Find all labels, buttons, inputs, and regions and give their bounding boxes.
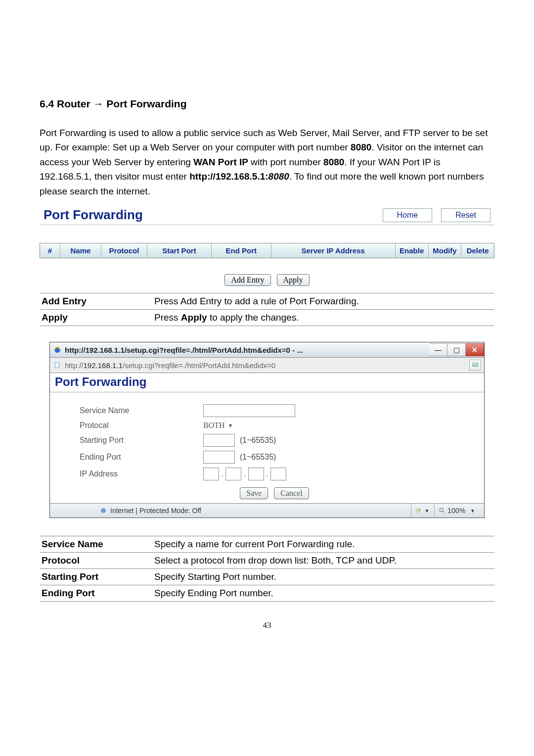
apply-button[interactable]: Apply	[277, 274, 310, 286]
desc-text: Press Add Entry to add a rule of Port Fo…	[152, 293, 494, 310]
status-pane-icon[interactable]: ▼	[411, 504, 433, 518]
desc-text: Specify a name for current Port Forwardi…	[152, 536, 494, 553]
ending-port-input[interactable]	[203, 451, 235, 464]
page-title: Port Forwarding	[40, 207, 143, 223]
minimize-button[interactable]: —	[429, 343, 447, 356]
desc-text: Specify Starting Port number.	[152, 569, 494, 585]
chevron-down-icon: ▼	[424, 508, 429, 514]
para-bold: 8080	[323, 157, 344, 167]
protocal-select[interactable]: BOTH▼	[203, 421, 233, 430]
fields-description-table: Service Name Specify a name for current …	[40, 536, 494, 602]
para-bold: WAN Port IP	[193, 157, 248, 167]
col-enable: Enable	[396, 243, 429, 258]
window-title: http://192.168.1.1/setup.cgi?reqfile=./h…	[65, 346, 429, 354]
desc-term: Starting Port	[40, 569, 152, 585]
protocal-value: BOTH	[203, 421, 225, 430]
range-hint: (1~65535)	[240, 436, 276, 444]
service-name-input[interactable]	[203, 404, 295, 417]
col-index: #	[40, 243, 60, 258]
label-protocal: Protocal	[80, 421, 203, 430]
col-modify: Modify	[429, 243, 462, 258]
desc-term: Add Entry	[40, 293, 152, 310]
desc-term: Apply	[40, 310, 152, 326]
desc-text: Press Apply to apply the changes.	[152, 310, 494, 326]
port-add-popup: http://192.168.1.1/setup.cgi?reqfile=./h…	[49, 342, 485, 518]
home-button[interactable]: Home	[383, 208, 433, 222]
port-forwarding-panel: Port Forwarding Home Reset # Name Protoc…	[40, 207, 494, 286]
desc-term: Protocol	[40, 553, 152, 569]
internet-zone-icon	[99, 507, 107, 515]
desc-span: Press	[154, 312, 181, 323]
table-row: Add Entry Press Add Entry to add a rule …	[40, 293, 494, 310]
address-bar[interactable]: http://192.168.1.1/setup.cgi?reqfile=./h…	[50, 358, 484, 373]
section-heading: 6.4 Router → Port Forwarding	[40, 98, 494, 110]
table-row: Ending Port Specify Ending Port number.	[40, 585, 494, 602]
close-button[interactable]: ✕	[466, 343, 484, 356]
table-row: Starting Port Specify Starting Port numb…	[40, 569, 494, 585]
col-server-ip: Server IP Address	[271, 243, 396, 258]
ie-icon	[53, 345, 62, 354]
page-number: 43	[40, 620, 494, 630]
desc-span: to apply the changes.	[207, 312, 299, 323]
status-zone-text: Internet | Protected Mode: Off	[110, 507, 201, 515]
ip-octet-input[interactable]	[270, 468, 286, 480]
zoom-icon	[439, 507, 445, 514]
addr-part: http://	[65, 361, 84, 370]
desc-bold: Apply	[181, 312, 207, 323]
table-row: Apply Press Apply to apply the changes.	[40, 310, 494, 326]
addr-host: 192.168.1.1	[84, 361, 123, 370]
status-bar: Internet | Protected Mode: Off ▼ 100% ▼	[50, 503, 484, 518]
cancel-button[interactable]: Cancel	[274, 487, 309, 499]
ip-octet-input[interactable]	[248, 468, 264, 480]
col-protocol: Protocol	[101, 243, 147, 258]
window-title-bar: http://192.168.1.1/setup.cgi?reqfile=./h…	[50, 342, 484, 358]
para-bold-italic: 8080	[268, 171, 289, 182]
zoom-pane[interactable]: 100% ▼	[434, 504, 479, 518]
compat-view-icon[interactable]	[469, 360, 481, 371]
desc-text: Select a protocol from drop down list: B…	[152, 553, 494, 569]
desc-term: Ending Port	[40, 585, 152, 602]
para-bold: 8080	[351, 142, 371, 152]
table-row: Service Name Specify a name for current …	[40, 536, 494, 553]
maximize-button[interactable]: ▢	[447, 343, 466, 356]
port-forwarding-table-header: # Name Protocol Start Port End Port Serv…	[40, 243, 494, 258]
zoom-value: 100%	[447, 507, 465, 515]
col-name: Name	[60, 243, 101, 258]
table-row: Protocol Select a protocol from drop dow…	[40, 553, 494, 569]
range-hint: (1~65535)	[240, 453, 276, 461]
reset-button[interactable]: Reset	[441, 208, 490, 222]
col-delete: Delete	[461, 243, 494, 258]
svg-rect-1	[55, 363, 59, 368]
label-starting-port: Starting Port	[80, 436, 203, 445]
col-start-port: Start Port	[147, 243, 212, 258]
ip-octet-input[interactable]	[203, 468, 219, 480]
save-button[interactable]: Save	[240, 487, 268, 499]
ip-address-input-group: . . .	[203, 468, 286, 480]
addr-part: /setup.cgi?reqfile=./html/PortAdd.htm&ed…	[123, 361, 275, 370]
col-end-port: End Port	[212, 243, 271, 258]
buttons-description-table: Add Entry Press Add Entry to add a rule …	[40, 293, 494, 326]
popup-page-title: Port Forwarding	[55, 375, 479, 389]
label-ending-port: Ending Port	[80, 453, 203, 462]
starting-port-input[interactable]	[203, 434, 235, 447]
label-service-name: Service Name	[80, 406, 203, 415]
label-ip-address: IP Address	[80, 470, 203, 478]
add-entry-button[interactable]: Add Entry	[224, 274, 270, 286]
page-icon	[53, 361, 62, 370]
desc-term: Service Name	[40, 536, 152, 553]
para-bold: http://192.168.5.1:	[189, 171, 268, 182]
chevron-down-icon: ▼	[470, 508, 475, 514]
ip-octet-input[interactable]	[225, 468, 241, 480]
desc-text: Specify Ending Port number.	[152, 585, 494, 602]
intro-paragraph: Port Forwarding is used to allow a publi…	[40, 126, 494, 198]
para-text: with port number	[248, 157, 323, 167]
address-text: http://192.168.1.1/setup.cgi?reqfile=./h…	[65, 361, 469, 370]
chevron-down-icon: ▼	[228, 423, 233, 428]
